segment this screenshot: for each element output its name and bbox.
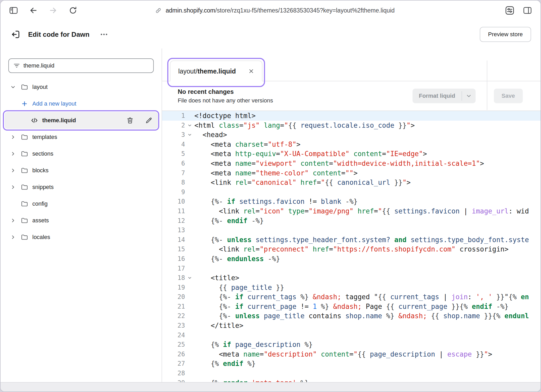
file-search-box[interactable] bbox=[8, 58, 154, 73]
code-line-26[interactable]: 26 <meta name="description" content="{{ … bbox=[162, 350, 540, 359]
tab-label: layout/theme.liquid bbox=[178, 68, 236, 75]
address-bar[interactable]: admin.shopify.com/store/rzq1xu-f5/themes… bbox=[79, 6, 504, 15]
chevron-right-icon[interactable] bbox=[9, 134, 17, 140]
chevron-right-icon[interactable] bbox=[9, 167, 17, 174]
line-number: 8 bbox=[162, 178, 185, 187]
pencil-icon[interactable] bbox=[144, 117, 153, 124]
folder-item-assets[interactable]: assets bbox=[1, 212, 162, 229]
folder-item-sections[interactable]: sections bbox=[1, 145, 162, 162]
code-line-27[interactable]: 27 {% endif %} bbox=[162, 359, 540, 369]
code-line-24[interactable]: 24 bbox=[162, 330, 540, 340]
code-text: {%- if current_tags %} &ndash; tagged "{… bbox=[194, 292, 540, 302]
code-line-29[interactable]: 29 {% render 'meta-tags' %} bbox=[162, 378, 540, 382]
folder-item-blocks[interactable]: blocks bbox=[1, 162, 162, 179]
line-number: 4 bbox=[162, 140, 185, 149]
fold-spacer bbox=[185, 187, 194, 197]
action-add-a-new-layout[interactable]: Add a new layout bbox=[1, 95, 162, 112]
code-line-22[interactable]: 22 {%- unless page_title contains shop.n… bbox=[162, 311, 540, 321]
extensions-settings-icon[interactable] bbox=[504, 5, 515, 16]
file-tree: layoutAdd a new layouttheme.liquidtempla… bbox=[1, 79, 162, 246]
folder-item-config[interactable]: config bbox=[1, 195, 162, 212]
code-line-1[interactable]: 1<!doctype html> bbox=[162, 111, 540, 121]
save-button[interactable]: Save bbox=[494, 89, 523, 103]
code-line-3[interactable]: 3 <head> bbox=[162, 130, 540, 140]
fold-chevron-icon[interactable] bbox=[185, 130, 194, 140]
folder-item-snippets[interactable]: snippets bbox=[1, 179, 162, 195]
file-item-theme-liquid[interactable]: theme.liquid bbox=[5, 112, 158, 129]
chevron-right-icon[interactable] bbox=[9, 234, 17, 240]
line-number: 27 bbox=[162, 359, 185, 369]
app-header: Edit code for Dawn Preview store bbox=[1, 20, 540, 48]
folder-item-locales[interactable]: locales bbox=[1, 229, 162, 246]
chevron-down-icon[interactable] bbox=[9, 84, 17, 90]
code-text: <meta charset="utf-8"> bbox=[194, 140, 540, 149]
code-line-15[interactable]: 15 <link rel="preconnect" href="https://… bbox=[162, 244, 540, 254]
line-number: 20 bbox=[162, 292, 185, 302]
close-icon[interactable] bbox=[247, 67, 255, 75]
chevron-down-icon[interactable] bbox=[462, 89, 476, 103]
fold-spacer bbox=[185, 178, 194, 187]
code-line-12[interactable]: 12 {%- endif -%} bbox=[162, 216, 540, 226]
reload-icon[interactable] bbox=[67, 5, 79, 16]
code-text: <link rel="canonical" href="{{ canonical… bbox=[194, 178, 540, 187]
line-number: 10 bbox=[162, 197, 185, 206]
preview-store-button[interactable]: Preview store bbox=[480, 27, 531, 42]
code-text: <link rel="icon" type="image/png" href="… bbox=[194, 206, 540, 216]
line-number: 18 bbox=[162, 273, 185, 283]
code-line-25[interactable]: 25 {% if page_description %} bbox=[162, 340, 540, 350]
code-line-10[interactable]: 10 {%- if settings.favicon != blank -%} bbox=[162, 197, 540, 206]
format-liquid-button[interactable]: Format liquid bbox=[413, 89, 475, 103]
code-line-17[interactable]: 17 bbox=[162, 264, 540, 273]
back-icon[interactable] bbox=[28, 5, 39, 16]
code-line-7[interactable]: 7 <meta name="theme-color" content=""> bbox=[162, 168, 540, 178]
code-editor[interactable]: 1<!doctype html>2<html class="js" lang="… bbox=[162, 111, 540, 382]
code-line-23[interactable]: 23 </title> bbox=[162, 321, 540, 330]
tree-item-label: config bbox=[32, 200, 48, 207]
code-line-19[interactable]: 19 {{ page_title }} bbox=[162, 283, 540, 292]
status-subtitle: File does not have any other versions bbox=[178, 97, 273, 104]
code-text: {%- if current_page != 1 %} &ndash; Page… bbox=[194, 302, 540, 311]
code-line-20[interactable]: 20 {%- if current_tags %} &ndash; tagged… bbox=[162, 292, 540, 302]
code-icon bbox=[30, 117, 39, 124]
line-number: 2 bbox=[162, 121, 185, 130]
exit-editor-icon[interactable] bbox=[10, 29, 21, 40]
folder-icon bbox=[20, 183, 29, 191]
folder-item-layout[interactable]: layout bbox=[1, 79, 162, 95]
line-number: 3 bbox=[162, 130, 185, 140]
line-number: 14 bbox=[162, 235, 185, 245]
code-line-21[interactable]: 21 {%- if current_page != 1 %} &ndash; P… bbox=[162, 302, 540, 311]
chevron-right-icon[interactable] bbox=[9, 151, 17, 157]
code-line-5[interactable]: 5 <meta http-equiv="X-UA-Compatible" con… bbox=[162, 149, 540, 159]
line-number: 13 bbox=[162, 225, 185, 235]
code-line-8[interactable]: 8 <link rel="canonical" href="{{ canonic… bbox=[162, 178, 540, 187]
code-line-18[interactable]: 18 <title> bbox=[162, 273, 540, 283]
code-line-28[interactable]: 28 bbox=[162, 369, 540, 378]
fold-chevron-icon[interactable] bbox=[185, 121, 194, 130]
chevron-right-icon[interactable] bbox=[9, 184, 17, 190]
folder-item-templates[interactable]: templates bbox=[1, 129, 162, 145]
editor-statusbar: No recent changes File does not have any… bbox=[162, 81, 540, 111]
fold-spacer bbox=[185, 311, 194, 321]
file-search-input[interactable] bbox=[23, 62, 149, 69]
code-line-13[interactable]: 13 bbox=[162, 225, 540, 235]
chevron-right-icon[interactable] bbox=[9, 217, 17, 224]
tab-layout-theme-liquid[interactable]: layout/theme.liquid bbox=[170, 60, 262, 81]
more-actions-icon[interactable] bbox=[98, 29, 110, 40]
folder-icon bbox=[20, 233, 29, 241]
trash-icon[interactable] bbox=[126, 117, 134, 124]
code-line-11[interactable]: 11 <link rel="icon" type="image/png" hre… bbox=[162, 206, 540, 216]
code-text: {%- unless settings.type_header_font.sys… bbox=[194, 235, 540, 245]
code-line-9[interactable]: 9 bbox=[162, 187, 540, 197]
tree-item-label: locales bbox=[32, 234, 50, 241]
sidebar-toggle-icon[interactable] bbox=[8, 5, 19, 16]
split-view-icon[interactable] bbox=[522, 5, 533, 16]
fold-chevron-icon[interactable] bbox=[185, 273, 194, 283]
content-area: layoutAdd a new layouttheme.liquidtempla… bbox=[1, 48, 540, 382]
code-line-16[interactable]: 16 {%- endunless -%} bbox=[162, 254, 540, 264]
code-line-6[interactable]: 6 <meta name="viewport" content="width=d… bbox=[162, 159, 540, 168]
code-text: <meta name="theme-color" content=""> bbox=[194, 168, 540, 178]
code-text: <title> bbox=[194, 273, 540, 283]
code-line-14[interactable]: 14 {%- unless settings.type_header_font.… bbox=[162, 235, 540, 245]
code-line-2[interactable]: 2<html class="js" lang="{{ request.local… bbox=[162, 121, 540, 130]
code-line-4[interactable]: 4 <meta charset="utf-8"> bbox=[162, 140, 540, 149]
